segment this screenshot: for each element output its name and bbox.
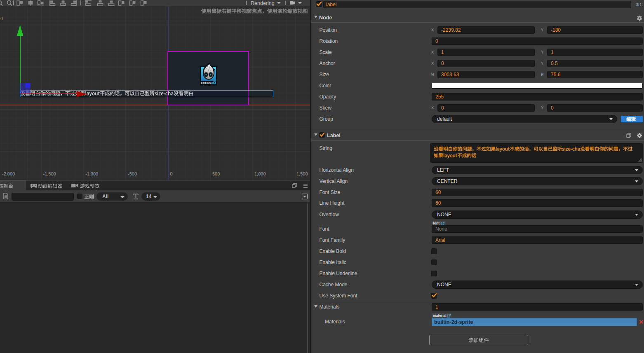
svg-text:COCOS2D: COCOS2D	[201, 81, 214, 85]
